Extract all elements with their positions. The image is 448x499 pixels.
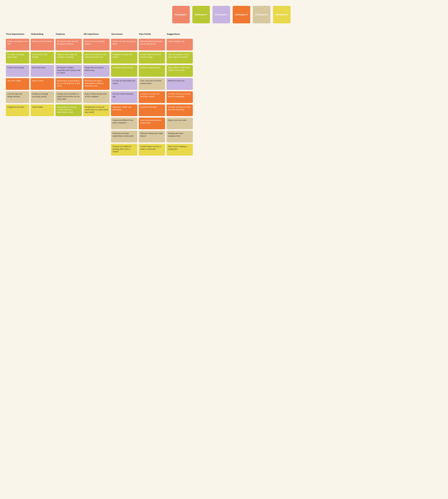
sticky-note: Features are helpful for deciding which … bbox=[111, 144, 137, 156]
sticky-note: Measuring is a great feature but it is n… bbox=[55, 78, 82, 90]
sticky-note: Swap feature is nice but couldn't scale … bbox=[55, 104, 82, 116]
sticky-note: Couldn't figure out how to save the imag… bbox=[139, 52, 165, 64]
participant-tag-1: Participant 1 bbox=[172, 6, 190, 23]
col-header-0: First Impressions bbox=[6, 32, 29, 36]
sticky-note: Rethink browse icon bbox=[166, 78, 193, 90]
sticky-note: Make icons more clear bbox=[166, 118, 193, 129]
col-header-2: Features bbox=[55, 32, 82, 36]
sticky-note: Interactive and feels experiential, over… bbox=[111, 131, 137, 143]
sticky-note: Label navigation bar bbox=[166, 39, 193, 50]
sticky-note: Make option to save image visible on the… bbox=[166, 65, 193, 77]
col-header-4: Successes bbox=[111, 32, 137, 36]
sticky-note: Guides you through succinctly, quickly bbox=[31, 91, 54, 103]
sticky-note: Easy to see furniture in the space and e… bbox=[83, 52, 110, 64]
col-header-6: Suggestions bbox=[166, 32, 193, 36]
sticky-note: Fun style and design, feels unique bbox=[6, 52, 29, 64]
sticky-note: Easy to use and straight-forward bbox=[83, 39, 110, 50]
sticky-note: Took a few tries to find the browse butt… bbox=[139, 78, 165, 90]
sticky-note: Simplify path when swapping items bbox=[166, 131, 193, 143]
col-header-5: Pain Points bbox=[139, 32, 165, 36]
participant-tag-6: Participant 6 bbox=[273, 6, 290, 23]
column-4: Simple user flow and easy to followNavig… bbox=[111, 39, 137, 156]
sticky-note: Measuring the space beforehand is helpfu… bbox=[83, 78, 110, 90]
participant-tag-2: Participant 2 bbox=[192, 6, 210, 23]
column-1: Simple and personalizedEasy and fun to g… bbox=[31, 39, 54, 116]
column-0: Design and layout is very niceFun style … bbox=[6, 39, 29, 116]
sticky-note: UI cards are descriptive and unique bbox=[111, 78, 137, 90]
sticky-note: Difficulty finding the browse icon on th… bbox=[139, 39, 165, 50]
sticky-note: Simple and personalized bbox=[31, 39, 54, 50]
sticky-note: Ability to save image and compare is ama… bbox=[55, 52, 82, 64]
sticky-note: Add icons for rotating or scaling item bbox=[166, 144, 193, 156]
sticky-note: 2 screens to access AR feels like a barr… bbox=[139, 91, 165, 103]
col-header-1: Onboarding bbox=[31, 32, 54, 36]
sticky-note: Consider removing a screen from AR onboa… bbox=[166, 91, 193, 103]
sticky-note: Consider removing a screen from AR onboa… bbox=[166, 104, 193, 116]
participant-tag-5: Participant 5 bbox=[253, 6, 270, 23]
sticky-note: AR feature works well with this type of … bbox=[55, 39, 82, 50]
sticky-note: Simple flow and easy to follow along bbox=[83, 65, 110, 77]
sticky-note: Short and sweet bbox=[31, 65, 54, 77]
sticky-note: Navigation is simple and intuitive bbox=[111, 52, 137, 64]
sticky-note: Love the style and design direction bbox=[6, 91, 29, 103]
columns-header: First ImpressionsOnboardingFeaturesAR ex… bbox=[4, 32, 444, 36]
sticky-note: Rotating item is nice but couldn't get i… bbox=[83, 104, 110, 116]
participant-tag-3: Participant 3 bbox=[212, 6, 230, 23]
sticky-note: Intrigued by this idea bbox=[6, 104, 29, 116]
sticky-note: Difficulty finding save image feature bbox=[139, 131, 165, 143]
participants-row: Participant 1Participant 2Participant 3P… bbox=[4, 6, 444, 23]
sticky-note: Easy and fun to go through bbox=[31, 52, 54, 64]
sticky-note: Couldn't find browse bbox=[139, 104, 165, 116]
sticky-note: Feels familiar bbox=[31, 104, 54, 116]
sticky-note: Add color palettes on one page instead o… bbox=[166, 52, 193, 64]
sticky-note: Can see myself using this app bbox=[111, 91, 137, 103]
sticky-note: Design and layout is very nice bbox=[6, 39, 29, 50]
column-5: Difficulty finding the browse icon on th… bbox=[139, 39, 165, 156]
sticky-note: AR feature is helpful, especially when t… bbox=[55, 65, 82, 77]
sticky-note: Colorful and exciting bbox=[6, 65, 29, 77]
sticky-note: Organized, simple, and informative bbox=[111, 104, 137, 116]
sticky-note: Unique and different from other competit… bbox=[111, 118, 137, 129]
sticky-note: Saving rooms to profile is a helpful too… bbox=[55, 91, 82, 103]
main-grid: Design and layout is very niceFun style … bbox=[4, 39, 444, 156]
sticky-note: Hard time accessing save image option bbox=[139, 118, 165, 129]
sticky-note: Interactive and fun to use bbox=[111, 65, 137, 77]
sticky-note: Easy to follow bbox=[31, 78, 54, 90]
sticky-note: Very well crafted bbox=[6, 78, 29, 90]
column-6: Label navigation barAdd color palettes o… bbox=[166, 39, 193, 156]
participant-tag-4: Participant 4 bbox=[233, 6, 250, 23]
col-header-3: AR experience bbox=[83, 32, 110, 36]
sticky-note: Simple user flow and easy to follow bbox=[111, 39, 137, 50]
column-2: AR feature works well with this type of … bbox=[55, 39, 82, 116]
column-3: Easy to use and straight-forwardEasy to … bbox=[83, 39, 110, 116]
sticky-note: Couldn't figure out how to rotate or sca… bbox=[139, 144, 165, 156]
sticky-note: Easy to follow but got stuck on the navi… bbox=[83, 91, 110, 103]
sticky-note: Difficulty swapping items bbox=[139, 65, 165, 77]
